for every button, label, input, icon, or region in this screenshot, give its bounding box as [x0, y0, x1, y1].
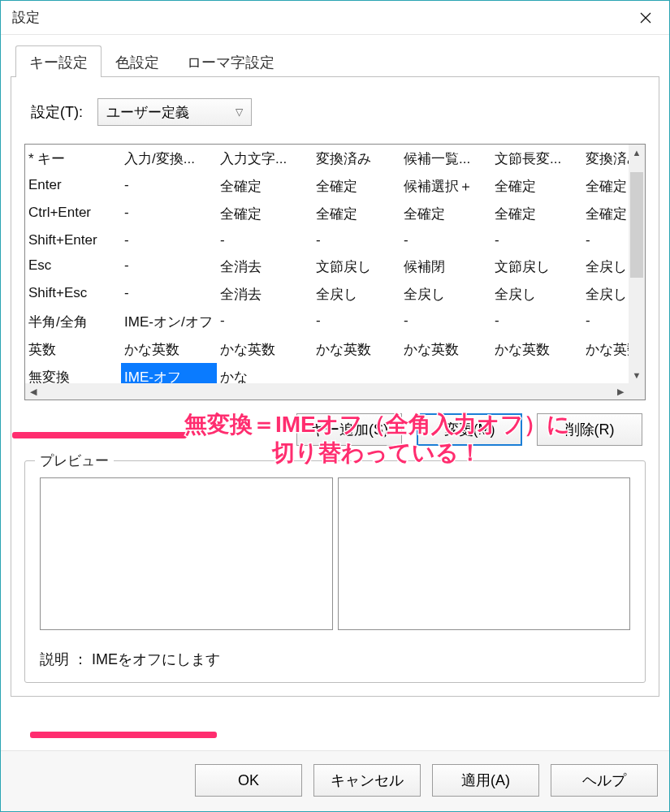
table-cell[interactable]: -: [313, 308, 400, 335]
table-cell[interactable]: -: [400, 227, 491, 253]
table-cell[interactable]: 全確定: [400, 200, 491, 227]
table-cell[interactable]: -: [491, 308, 582, 335]
profile-dropdown-value: ユーザー定義: [106, 103, 189, 122]
preview-group: プレビュー 説明 ： IMEをオフにします: [24, 460, 646, 683]
table-cell[interactable]: -: [121, 280, 217, 308]
table-cell[interactable]: 英数: [25, 335, 121, 363]
add-key-button[interactable]: キー追加(S): [296, 413, 402, 446]
tab-color-settings[interactable]: 色設定: [102, 45, 173, 77]
preview-legend: プレビュー: [35, 451, 114, 470]
window-title: 設定: [12, 8, 40, 27]
preview-boxes: [40, 477, 630, 630]
scroll-right-icon[interactable]: ▶: [612, 383, 629, 400]
setting-label: 設定(T):: [31, 102, 83, 122]
apply-button[interactable]: 適用(A): [432, 764, 539, 797]
vertical-scrollbar[interactable]: ▲ ▼: [629, 145, 645, 383]
setting-row: 設定(T): ユーザー定義 ▽: [31, 98, 646, 126]
scroll-left-icon[interactable]: ◀: [25, 383, 41, 400]
table-cell[interactable]: -: [400, 308, 491, 335]
table-cell[interactable]: -: [217, 308, 313, 335]
scroll-thumb[interactable]: [630, 172, 643, 278]
table-cell[interactable]: Ctrl+Enter: [25, 200, 121, 227]
table-cell[interactable]: 全確定: [217, 172, 313, 200]
table-cell[interactable]: 半角/全角: [25, 308, 121, 335]
table-cell[interactable]: 全確定: [313, 172, 400, 200]
column-header[interactable]: 文節長変...: [491, 145, 582, 172]
ok-button[interactable]: OK: [195, 764, 302, 797]
table-cell[interactable]: かな英数: [313, 335, 400, 363]
table-cell[interactable]: 候補閉: [400, 253, 491, 280]
table-cell[interactable]: Shift+Enter: [25, 227, 121, 253]
table-cell[interactable]: かな英数: [217, 335, 313, 363]
dialog-buttons: OK キャンセル 適用(A) ヘルプ: [1, 750, 669, 811]
scroll-up-icon[interactable]: ▲: [629, 145, 645, 161]
close-button[interactable]: [622, 1, 669, 35]
table-cell[interactable]: 候補選択＋: [400, 172, 491, 200]
annotation-underline-2: [30, 732, 217, 738]
scroll-down-icon[interactable]: ▼: [629, 367, 645, 383]
table-cell[interactable]: 文節戻し: [313, 253, 400, 280]
column-header[interactable]: 入力/変換...: [121, 145, 217, 172]
settings-window: 設定 キー設定 色設定 ローマ字設定 設定(T): ユーザー定義 ▽ * キー入…: [0, 0, 670, 812]
change-button[interactable]: 変更(M): [417, 413, 522, 446]
tabstrip: キー設定 色設定 ローマ字設定: [11, 45, 659, 77]
table-cell[interactable]: Shift+Esc: [25, 280, 121, 308]
table-cell[interactable]: 全消去: [217, 280, 313, 308]
table-cell[interactable]: 全確定: [491, 200, 582, 227]
table-cell[interactable]: 全消去: [217, 253, 313, 280]
column-header[interactable]: * キー: [25, 145, 121, 172]
description-text: 説明 ： IMEをオフにします: [40, 650, 630, 669]
help-button[interactable]: ヘルプ: [551, 764, 658, 797]
horizontal-scrollbar[interactable]: ◀ ▶: [25, 383, 645, 400]
table-cell[interactable]: 全確定: [217, 200, 313, 227]
table-cell[interactable]: -: [121, 172, 217, 200]
table-cell[interactable]: かな英数: [491, 335, 582, 363]
table-cell[interactable]: -: [121, 253, 217, 280]
table-cell[interactable]: -: [217, 227, 313, 253]
profile-dropdown[interactable]: ユーザー定義 ▽: [97, 98, 252, 126]
table-cell[interactable]: 全確定: [491, 172, 582, 200]
tab-key-settings[interactable]: キー設定: [15, 45, 102, 77]
client-area: キー設定 色設定 ローマ字設定 設定(T): ユーザー定義 ▽ * キー入力/変…: [1, 35, 669, 750]
table-cell[interactable]: 全戻し: [400, 280, 491, 308]
table-cell[interactable]: -: [121, 227, 217, 253]
table-buttons: キー追加(S) 変更(M) 削除(R): [24, 413, 642, 446]
table-cell[interactable]: IME-オン/オフ: [121, 308, 217, 335]
key-table[interactable]: * キー入力/変換...入力文字...変換済み候補一覧...文節長変...変換済…: [24, 144, 646, 400]
chevron-down-icon: ▽: [236, 106, 243, 118]
preview-box-right: [338, 477, 631, 630]
cancel-button[interactable]: キャンセル: [313, 764, 421, 797]
table-cell[interactable]: -: [121, 200, 217, 227]
close-icon: [639, 11, 652, 24]
column-header[interactable]: 変換済み: [313, 145, 400, 172]
table-cell[interactable]: Enter: [25, 172, 121, 200]
table-cell[interactable]: 文節戻し: [491, 253, 582, 280]
table-cell[interactable]: 全戻し: [491, 280, 582, 308]
table-cell[interactable]: 全確定: [313, 200, 400, 227]
table-cell[interactable]: -: [313, 227, 400, 253]
table-cell[interactable]: かな英数: [400, 335, 491, 363]
table-cell[interactable]: 全戻し: [313, 280, 400, 308]
tabpage-key-settings: 設定(T): ユーザー定義 ▽ * キー入力/変換...入力文字...変換済み候…: [11, 77, 659, 697]
tab-romaji-settings[interactable]: ローマ字設定: [173, 45, 288, 77]
preview-box-left: [40, 477, 333, 630]
column-header[interactable]: 入力文字...: [217, 145, 313, 172]
table-cell[interactable]: かな英数: [121, 335, 217, 363]
titlebar: 設定: [1, 1, 669, 35]
column-header[interactable]: 候補一覧...: [400, 145, 491, 172]
delete-button[interactable]: 削除(R): [537, 413, 642, 446]
table-cell[interactable]: -: [491, 227, 582, 253]
table-cell[interactable]: Esc: [25, 253, 121, 280]
